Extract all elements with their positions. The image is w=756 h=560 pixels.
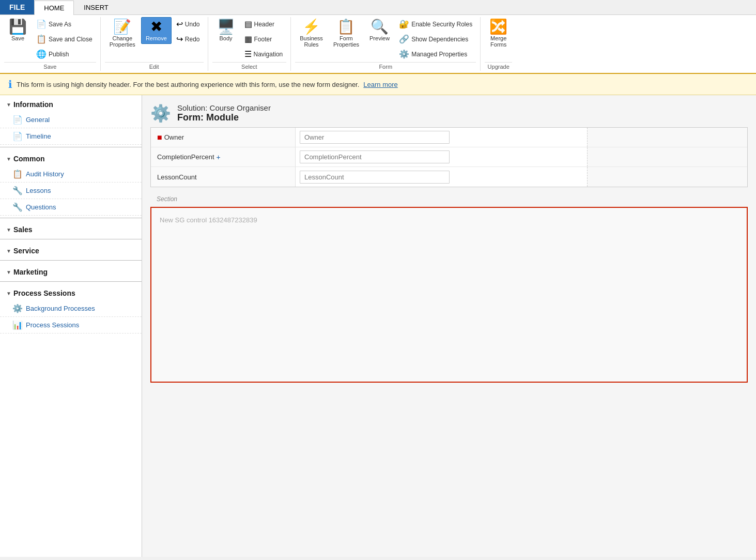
sidebar-section-service-label: Service (13, 247, 39, 255)
lesson-count-label: LessonCount (157, 173, 197, 181)
ribbon-group-upgrade-label: Upgrade (485, 62, 512, 71)
sidebar-item-background-processes-label: Background Processes (26, 305, 95, 312)
required-plus-completion: + (217, 153, 221, 161)
divider-4 (0, 260, 142, 261)
sidebar-item-timeline[interactable]: 📄 Timeline (0, 128, 142, 145)
sidebar-item-audit-history-label: Audit History (26, 170, 64, 178)
save-as-button[interactable]: 📄 Save As (33, 17, 96, 31)
remove-button[interactable]: ✖ Remove (141, 17, 172, 44)
sidebar-item-questions[interactable]: 🔧 Questions (0, 199, 142, 216)
divider-2 (0, 218, 142, 218)
redo-button[interactable]: ↪ Redo (173, 32, 204, 46)
save-icon: 💾 (9, 20, 27, 34)
remove-icon: ✖ (150, 20, 162, 34)
save-close-button[interactable]: 📋 Save and Close (33, 32, 96, 46)
sidebar-section-information-label: Information (13, 100, 53, 109)
form-extra-lesson-count (587, 167, 747, 187)
sidebar: ▼ Information 📄 General 📄 Timeline ▼ Com… (0, 95, 142, 557)
change-properties-button[interactable]: 📝 Change Properties (105, 17, 140, 50)
ribbon-group-save-items: 💾 Save 📄 Save As 📋 Save and Close 🌐 Publ… (4, 17, 96, 61)
remove-label: Remove (146, 35, 167, 41)
form-input-cell-lesson-count (296, 167, 587, 187)
divider-5 (0, 281, 142, 282)
divider-1 (0, 147, 142, 147)
merge-forms-button[interactable]: 🔀 Merge Forms (485, 17, 512, 50)
header-footer-nav-stack: ▤ Header ▦ Footer ☰ Navigation (241, 17, 287, 61)
tab-insert[interactable]: INSERT (74, 0, 118, 14)
footer-icon: ▦ (244, 34, 252, 44)
sidebar-item-general-label: General (26, 116, 50, 124)
undo-icon: ↩ (176, 19, 183, 29)
triangle-service: ▼ (6, 248, 11, 254)
ribbon-group-form: ⚡ Business Rules 📋 Form Properties 🔍 Pre… (291, 17, 481, 71)
preview-button[interactable]: 🔍 Preview (365, 17, 394, 44)
sidebar-item-lessons[interactable]: 🔧 Lessons (0, 183, 142, 199)
save-stack: 📄 Save As 📋 Save and Close 🌐 Publish (33, 17, 96, 61)
enable-security-label: Enable Security Roles (411, 21, 472, 28)
ribbon-group-upgrade-items: 🔀 Merge Forms (485, 17, 512, 61)
divider-3 (0, 239, 142, 239)
navigation-label: Navigation (254, 51, 283, 58)
managed-properties-button[interactable]: ⚙️ Managed Properties (395, 47, 476, 61)
enable-security-button[interactable]: 🔐 Enable Security Roles (395, 17, 476, 31)
save-button[interactable]: 💾 Save (4, 17, 32, 44)
undo-redo-stack: ↩ Undo ↪ Redo (173, 17, 204, 46)
navigation-button[interactable]: ☰ Navigation (241, 47, 287, 61)
form-row-owner: ■ Owner (151, 128, 747, 147)
sidebar-section-common-label: Common (13, 155, 45, 163)
header-button[interactable]: ▤ Header (241, 17, 287, 31)
sidebar-item-background-processes[interactable]: ⚙️ Background Processes (0, 300, 142, 317)
merge-forms-icon: 🔀 (489, 20, 507, 34)
sidebar-item-audit-history[interactable]: 📋 Audit History (0, 166, 142, 183)
publish-button[interactable]: 🌐 Publish (33, 47, 96, 61)
sidebar-item-timeline-label: Timeline (26, 132, 51, 140)
body-button[interactable]: 🖥️ Body (212, 17, 240, 44)
undo-button[interactable]: ↩ Undo (173, 17, 204, 31)
business-rules-button[interactable]: ⚡ Business Rules (295, 17, 328, 50)
show-dependencies-button[interactable]: 🔗 Show Dependencies (395, 32, 476, 46)
sidebar-item-lessons-label: Lessons (26, 187, 51, 194)
learn-more-link[interactable]: Learn more (363, 81, 397, 88)
solution-header: ⚙️ Solution: Course Organiser Form: Modu… (150, 103, 748, 123)
questions-icon: 🔧 (12, 202, 23, 212)
ribbon-group-form-items: ⚡ Business Rules 📋 Form Properties 🔍 Pre… (295, 17, 476, 61)
ribbon-group-select: 🖥️ Body ▤ Header ▦ Footer ☰ Navigation S… (208, 17, 291, 71)
managed-properties-icon: ⚙️ (399, 49, 409, 59)
navigation-icon: ☰ (244, 49, 252, 59)
save-close-icon: 📋 (36, 34, 47, 44)
enable-security-icon: 🔐 (399, 19, 409, 29)
sidebar-item-general[interactable]: 📄 General (0, 112, 142, 128)
background-processes-icon: ⚙️ (12, 304, 23, 313)
form-properties-button[interactable]: 📋 Form Properties (329, 17, 364, 50)
footer-label: Footer (254, 36, 272, 43)
redo-label: Redo (185, 36, 200, 43)
sidebar-item-process-sessions-label: Process Sessions (26, 321, 79, 329)
sg-control-box[interactable]: New SG control 1632487232839 (150, 207, 748, 383)
completion-percent-input[interactable] (300, 150, 450, 163)
sidebar-section-service: ▼ Service (0, 241, 142, 258)
form-properties-label: Form Properties (333, 35, 359, 48)
notification-bar: ℹ This form is using high density header… (0, 74, 756, 95)
sidebar-item-process-sessions[interactable]: 📊 Process Sessions (0, 317, 142, 334)
owner-input[interactable] (300, 131, 450, 144)
owner-label: Owner (164, 133, 184, 141)
required-dot-owner: ■ (157, 133, 162, 142)
sidebar-section-marketing: ▼ Marketing (0, 263, 142, 279)
ribbon-content: 💾 Save 📄 Save As 📋 Save and Close 🌐 Publ… (0, 15, 756, 74)
form-extra-owner (587, 128, 747, 147)
form-value: Module (206, 112, 239, 123)
triangle-sales: ▼ (6, 227, 11, 233)
merge-forms-label: Merge Forms (490, 35, 506, 48)
audit-history-icon: 📋 (12, 169, 23, 179)
tab-file[interactable]: FILE (0, 0, 34, 14)
tab-home[interactable]: HOME (34, 1, 74, 15)
managed-properties-label: Managed Properties (411, 51, 467, 58)
save-label: Save (11, 35, 24, 41)
lesson-count-input[interactable] (300, 171, 450, 184)
footer-button[interactable]: ▦ Footer (241, 32, 287, 46)
sidebar-section-process-sessions-label: Process Sessions (13, 289, 75, 297)
solution-label: Solution: (177, 103, 207, 112)
form-name-row: Form: Module (177, 112, 271, 123)
save-as-label: Save As (49, 21, 71, 28)
notification-text: This form is using high density header. … (17, 81, 359, 88)
